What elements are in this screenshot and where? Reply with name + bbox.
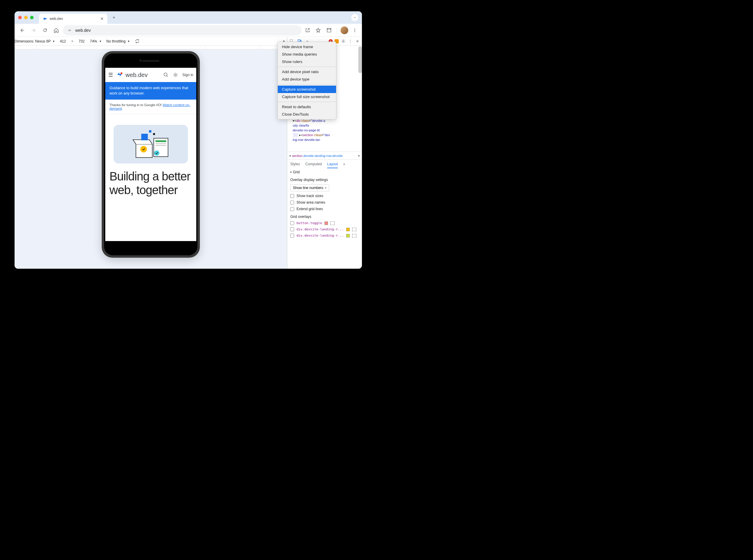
forward-button[interactable] [29, 25, 38, 35]
rotate-icon[interactable] [135, 39, 140, 44]
color-swatch[interactable] [346, 234, 350, 238]
address-bar: web.dev [15, 24, 362, 37]
phone-camera [139, 59, 141, 62]
phone-screen: ☰ web.dev Sign in [105, 68, 196, 241]
tab-more-icon[interactable]: » [343, 162, 345, 166]
reload-button[interactable] [40, 25, 50, 35]
brand-text: web.dev [125, 72, 148, 78]
devtools-close-icon[interactable]: ✕ [355, 39, 360, 44]
url-text: web.dev [75, 28, 91, 33]
page-logo[interactable]: web.dev [116, 71, 148, 79]
browser-window: web.dev ✕ + web.dev Di [15, 11, 362, 269]
svg-rect-9 [141, 134, 148, 140]
menu-show-rulers[interactable]: Show rulers [278, 58, 336, 65]
window-minimize-button[interactable] [24, 16, 28, 19]
menu-add-device-type[interactable]: Add device type [278, 76, 336, 83]
devtools-panel: » ✕ ⋮ ✕ Hide device frame Show media que… [287, 37, 362, 269]
search-icon[interactable] [163, 72, 169, 78]
traffic-lights [18, 16, 34, 19]
tab-close-icon[interactable]: ✕ [100, 16, 104, 21]
window-maximize-button[interactable] [30, 16, 34, 19]
device-height[interactable]: 732 [78, 39, 84, 43]
url-field[interactable]: web.dev [63, 25, 302, 35]
tab-title: web.dev [50, 17, 98, 21]
home-button[interactable] [52, 25, 61, 35]
svg-point-1 [69, 30, 70, 31]
new-tab-button[interactable]: + [110, 13, 118, 22]
overlay-item[interactable]: div.devsite-landing-r... [290, 227, 359, 231]
tab-styles[interactable]: Styles [290, 162, 300, 166]
sign-in-link[interactable]: Sign in [182, 73, 193, 77]
menu-show-media-queries[interactable]: Show media queries [278, 51, 336, 58]
throttling-dropdown[interactable]: No throttling [107, 39, 130, 43]
io-text: Thanks for tuning in to Google I/O! [110, 103, 163, 107]
checkbox-area-names[interactable]: Show area names [290, 200, 359, 204]
menu-reset-defaults[interactable]: Reset to defaults [278, 103, 336, 111]
share-button[interactable] [303, 26, 312, 35]
grid-section-header[interactable]: Grid [290, 170, 359, 174]
site-settings-icon[interactable] [67, 28, 72, 33]
svg-point-10 [140, 146, 147, 153]
scrollbar[interactable] [359, 46, 362, 73]
svg-rect-12 [156, 140, 166, 142]
profile-avatar[interactable] [341, 26, 348, 34]
svg-rect-17 [153, 133, 155, 135]
grid-badge-icon[interactable] [352, 228, 356, 231]
zoom-dropdown[interactable]: 74% [90, 39, 101, 43]
chrome-menu-button[interactable] [351, 26, 359, 35]
menu-separator [278, 84, 336, 84]
svg-rect-13 [156, 143, 166, 144]
grid-badge-icon[interactable] [352, 234, 356, 238]
svg-point-2 [354, 28, 355, 29]
phone-frame: ☰ web.dev Sign in [102, 51, 200, 258]
back-button[interactable] [18, 25, 27, 35]
device-dropdown[interactable]: Dimensions: Nexus 6P [15, 39, 54, 43]
svg-point-3 [354, 30, 355, 31]
layout-panel: Grid Overlay display settings Show line … [287, 168, 362, 242]
overlay-item[interactable]: div.devsite-landing-r... [290, 234, 359, 238]
extensions-button[interactable] [325, 26, 333, 35]
tab-layout[interactable]: Layout [327, 162, 338, 168]
hamburger-icon[interactable]: ☰ [108, 72, 113, 78]
tab-bar: web.dev ✕ + [15, 11, 362, 24]
theme-toggle-icon[interactable] [173, 72, 178, 78]
menu-hide-device-frame[interactable]: Hide device frame [278, 43, 336, 51]
breadcrumb-right-icon[interactable]: ▸ [359, 154, 360, 158]
tab-favicon-icon [42, 16, 47, 21]
tabs-dropdown-button[interactable] [351, 14, 359, 21]
color-swatch[interactable] [325, 221, 328, 225]
phone-inner: ☰ web.dev Sign in [104, 54, 197, 255]
settings-icon[interactable] [341, 39, 346, 44]
overlay-settings-title: Overlay display settings [290, 178, 359, 182]
device-toolbar: Dimensions: Nexus 6P 412 × 732 74% No th… [15, 37, 287, 46]
io-banner: Thanks for tuning in to Google I/O! Watc… [105, 100, 196, 114]
browser-tab[interactable]: web.dev ✕ [39, 14, 108, 24]
grid-badge-icon[interactable] [330, 221, 334, 225]
menu-capture-screenshot[interactable]: Capture screenshot [278, 86, 336, 93]
checkbox-track-sizes[interactable]: Show track sizes [290, 194, 359, 198]
svg-point-5 [120, 72, 122, 74]
color-swatch[interactable] [346, 228, 350, 231]
svg-point-6 [164, 73, 168, 76]
line-numbers-select[interactable]: Show line numbers [290, 184, 329, 192]
tab-computed[interactable]: Computed [305, 162, 322, 166]
menu-capture-full-screenshot[interactable]: Capture full size screenshot [278, 93, 336, 100]
svg-point-21 [343, 41, 344, 42]
svg-rect-16 [149, 130, 151, 133]
menu-separator [278, 66, 336, 67]
device-options-menu: Hide device frame Show media queries Sho… [277, 42, 336, 119]
breadcrumb-bar[interactable]: ◂ section.devsite-landing-row.devsite ▸ [287, 152, 362, 159]
svg-rect-14 [156, 145, 166, 146]
device-width[interactable]: 412 [60, 39, 66, 43]
menu-close-devtools[interactable]: Close DevTools [278, 111, 336, 118]
devtools-menu-icon[interactable]: ⋮ [348, 39, 353, 44]
guidance-banner: Guidance to build modern web experiences… [105, 82, 196, 100]
menu-add-dpr[interactable]: Add device pixel ratio [278, 68, 336, 76]
bookmark-button[interactable] [314, 26, 322, 35]
styles-tabs: Styles Computed Layout » [287, 159, 362, 168]
checkbox-extend-grid[interactable]: Extend grid lines [290, 207, 359, 211]
overlay-item[interactable]: button.toggle [290, 221, 359, 225]
window-close-button[interactable] [18, 16, 22, 19]
phone-speaker [142, 60, 159, 62]
menu-separator [278, 102, 336, 102]
